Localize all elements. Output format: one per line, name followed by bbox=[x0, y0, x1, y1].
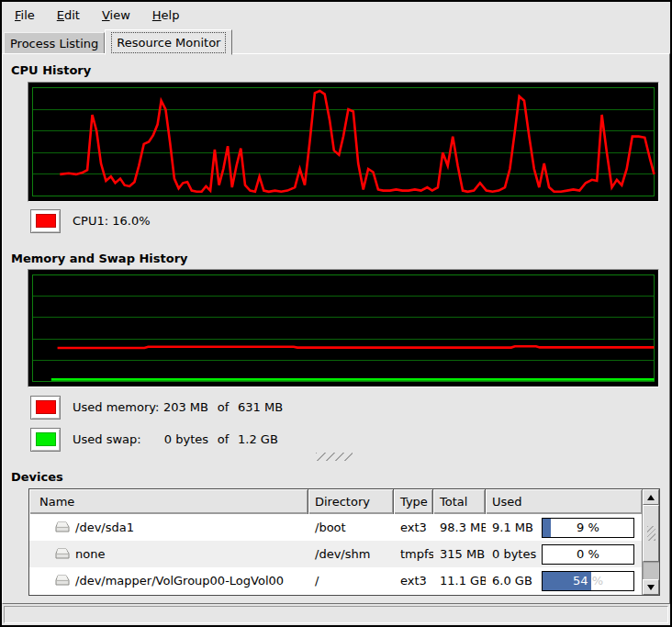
device-row-sda1[interactable]: /dev/sda1 /boot ext3 98.3 MB 9.1 MB 9 % … bbox=[29, 514, 642, 541]
devices-header-row: Name Directory Type Total Used bbox=[29, 489, 642, 514]
vertical-scrollbar bbox=[642, 489, 659, 595]
tab-bar: Process Listing Resource Monitor bbox=[2, 28, 670, 54]
scrollbar-trough[interactable] bbox=[643, 562, 659, 579]
devices-title: Devices bbox=[11, 470, 63, 484]
device-directory: /boot bbox=[308, 521, 394, 534]
header-total[interactable]: Total bbox=[433, 489, 486, 514]
device-name: /dev/mapper/VolGroup00-LogVol00 bbox=[75, 574, 284, 588]
swap-color-swatch bbox=[36, 432, 56, 446]
swap-label: Used swap: bbox=[73, 432, 162, 446]
system-monitor-window: File Edit View Help Process Listing Reso… bbox=[0, 0, 672, 627]
memory-legend: Used memory: 203 MB of 631 MB bbox=[30, 395, 283, 420]
usage-progressbar: 0 % 0 % bbox=[542, 544, 634, 565]
cpu-history-title: CPU History bbox=[11, 63, 91, 77]
swap-used-value: 0 bytes bbox=[162, 432, 208, 446]
memory-color-button[interactable] bbox=[30, 396, 61, 420]
memory-used-value: 203 MB bbox=[162, 400, 208, 414]
menu-bar: File Edit View Help bbox=[2, 2, 670, 28]
header-type[interactable]: Type bbox=[394, 489, 433, 514]
tab-process-listing[interactable]: Process Listing bbox=[4, 32, 105, 54]
scroll-down-button[interactable] bbox=[643, 579, 659, 595]
menu-edit[interactable]: Edit bbox=[50, 6, 87, 25]
device-type: ext3 bbox=[394, 521, 433, 534]
swap-legend: Used swap: 0 bytes of 1.2 GB bbox=[30, 427, 278, 452]
scrollbar-thumb[interactable] bbox=[643, 505, 659, 562]
usage-progress-fill: 9 % bbox=[543, 519, 551, 537]
arrow-down-icon bbox=[647, 585, 655, 590]
resource-monitor-page: CPU History CPU1: 16.0% Memory and Swap … bbox=[2, 53, 670, 604]
device-used: 0 bytes bbox=[486, 547, 535, 561]
menu-view[interactable]: View bbox=[95, 6, 138, 25]
usage-progress-fill: 54 % bbox=[543, 572, 591, 590]
disk-icon bbox=[54, 521, 71, 533]
memory-of: of bbox=[208, 400, 238, 414]
swap-total-value: 1.2 GB bbox=[238, 432, 278, 446]
device-type: ext3 bbox=[394, 574, 433, 588]
device-name: none bbox=[75, 547, 105, 561]
usage-progressbar: 9 % 9 % bbox=[542, 518, 634, 538]
header-used[interactable]: Used bbox=[486, 489, 642, 514]
cpu-legend: CPU1: 16.0% bbox=[30, 208, 151, 233]
memory-swap-chart bbox=[28, 270, 658, 386]
menu-file[interactable]: File bbox=[7, 6, 42, 25]
device-total: 315 MB bbox=[433, 547, 486, 561]
scroll-up-button[interactable] bbox=[643, 489, 659, 505]
cpu1-usage-label: CPU1: 16.0% bbox=[73, 214, 151, 228]
cpu1-color-swatch bbox=[36, 214, 56, 228]
disk-icon bbox=[54, 575, 71, 587]
pane-resize-grip[interactable] bbox=[316, 453, 353, 461]
device-type: tmpfs bbox=[394, 547, 433, 561]
status-bar bbox=[4, 606, 668, 623]
memory-total-value: 631 MB bbox=[238, 400, 283, 414]
menu-help[interactable]: Help bbox=[145, 6, 187, 25]
memory-label: Used memory: bbox=[73, 400, 162, 414]
swap-of: of bbox=[208, 432, 238, 446]
memory-swap-title: Memory and Swap History bbox=[11, 252, 188, 265]
device-used: 9.1 MB bbox=[486, 521, 535, 534]
devices-table: Name Directory Type Total Used /dev/sda1… bbox=[28, 488, 660, 596]
device-row-volgroup[interactable]: /dev/mapper/VolGroup00-LogVol00 / ext3 1… bbox=[29, 567, 642, 594]
device-total: 98.3 MB bbox=[433, 521, 486, 534]
memory-color-swatch bbox=[36, 400, 56, 414]
device-total: 11.1 GB bbox=[433, 574, 486, 588]
swap-color-button[interactable] bbox=[30, 428, 61, 452]
device-used: 6.0 GB bbox=[486, 574, 535, 588]
device-directory: /dev/shm bbox=[308, 547, 394, 561]
memory-swap-graph bbox=[28, 269, 659, 387]
device-row-none[interactable]: none /dev/shm tmpfs 315 MB 0 bytes 0 % 0… bbox=[29, 541, 642, 567]
header-name[interactable]: Name bbox=[29, 489, 308, 514]
cpu-history-chart bbox=[28, 83, 658, 201]
cpu1-color-button[interactable] bbox=[30, 209, 61, 233]
device-directory: / bbox=[308, 574, 394, 588]
device-name: /dev/sda1 bbox=[75, 521, 134, 534]
disk-icon bbox=[54, 548, 71, 560]
usage-progressbar: 54 % 54 % bbox=[542, 571, 634, 591]
thumb-grip-icon bbox=[647, 526, 655, 541]
cpu-history-graph bbox=[28, 82, 659, 202]
arrow-up-icon bbox=[647, 495, 655, 500]
devices-table-columns: Name Directory Type Total Used /dev/sda1… bbox=[29, 489, 642, 595]
tab-resource-monitor[interactable]: Resource Monitor bbox=[105, 29, 232, 55]
header-directory[interactable]: Directory bbox=[308, 489, 394, 514]
